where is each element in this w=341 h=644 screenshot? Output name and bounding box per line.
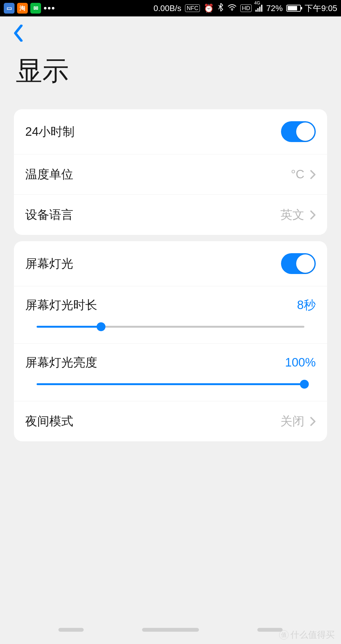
row-device-language-label: 设备语言 [25, 207, 280, 223]
row-light-brightness-value: 100% [285, 356, 316, 369]
settings-group-general: 24小时制 温度单位 °C 设备语言 英文 [14, 109, 327, 235]
row-screen-light: 屏幕灯光 [14, 241, 327, 286]
nav-recents[interactable] [257, 628, 283, 632]
row-light-duration-label: 屏幕灯光时长 [25, 297, 297, 313]
page-title: 显示 [0, 42, 341, 103]
nav-home[interactable] [142, 628, 199, 632]
nfc-icon: NFC [185, 4, 200, 12]
android-nav-bar [0, 616, 341, 644]
row-24hour: 24小时制 [14, 109, 327, 154]
row-temp-unit-value: °C [291, 168, 304, 181]
status-bar: ▭ 淘 ✉ ••• 0.00B/s NFC ⏰ HD 4G 72% 下午9:05 [0, 0, 341, 16]
network-type: 4G [254, 0, 260, 5]
row-light-brightness-label: 屏幕灯光亮度 [25, 355, 285, 371]
hd-icon: HD [240, 4, 252, 12]
nav-back[interactable] [58, 628, 84, 632]
slider-light-duration[interactable] [37, 326, 304, 328]
battery-icon [286, 5, 301, 12]
row-24hour-label: 24小时制 [25, 124, 281, 140]
row-screen-light-label: 屏幕灯光 [25, 256, 281, 272]
clock-time: 下午9:05 [305, 3, 337, 14]
alarm-icon: ⏰ [204, 3, 214, 13]
row-night-mode[interactable]: 夜间模式 关闭 [14, 401, 327, 441]
chevron-right-icon [310, 417, 316, 426]
row-light-brightness: 屏幕灯光亮度 100% [14, 343, 327, 401]
network-speed: 0.00B/s [153, 3, 181, 13]
toggle-screen-light[interactable] [281, 253, 316, 274]
app-icon-taobao: 淘 [17, 3, 28, 14]
row-light-duration-value: 8秒 [297, 297, 316, 313]
slider-light-brightness[interactable] [37, 383, 304, 385]
row-device-language-value: 英文 [280, 207, 304, 223]
row-night-mode-label: 夜间模式 [25, 413, 280, 429]
wifi-icon [228, 3, 236, 13]
chevron-right-icon [310, 210, 316, 220]
signal-icon: 4G [255, 5, 262, 12]
battery-percent: 72% [266, 3, 283, 13]
app-icon-1: ▭ [4, 3, 15, 14]
chevron-right-icon [310, 170, 316, 179]
app-icon-wechat: ✉ [30, 3, 41, 14]
more-apps-icon: ••• [44, 3, 56, 14]
row-temp-unit-label: 温度单位 [25, 166, 291, 182]
row-light-duration: 屏幕灯光时长 8秒 [14, 286, 327, 343]
back-button[interactable] [13, 25, 24, 42]
row-device-language[interactable]: 设备语言 英文 [14, 194, 327, 235]
svg-point-0 [232, 9, 233, 10]
bluetooth-icon [218, 3, 224, 14]
toggle-24hour[interactable] [281, 121, 316, 142]
settings-group-screen: 屏幕灯光 屏幕灯光时长 8秒 屏幕灯光亮度 100% 夜间模式 关闭 [14, 241, 327, 441]
row-temp-unit[interactable]: 温度单位 °C [14, 154, 327, 194]
row-night-mode-value: 关闭 [280, 413, 304, 429]
